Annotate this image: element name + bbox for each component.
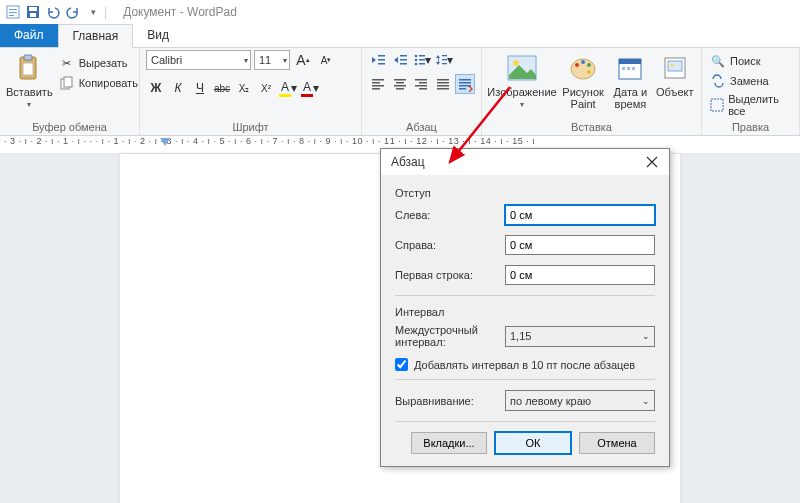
line-spacing-button[interactable]: ▾ — [434, 50, 454, 70]
paint-label: Рисунок Paint — [560, 86, 606, 110]
decrease-indent-button[interactable] — [368, 50, 388, 70]
redo-icon[interactable] — [64, 3, 82, 21]
bold-button[interactable]: Ж — [146, 78, 166, 98]
grow-font-button[interactable]: A▴ — [293, 50, 313, 70]
tab-view[interactable]: Вид — [133, 24, 183, 47]
save-icon[interactable] — [24, 3, 42, 21]
svg-rect-8 — [24, 55, 32, 60]
insert-datetime-button[interactable]: Дата и время — [610, 50, 650, 110]
find-button[interactable]: 🔍Поиск — [708, 52, 793, 70]
svg-point-53 — [587, 63, 591, 67]
app-icon — [4, 3, 22, 21]
svg-rect-44 — [459, 79, 471, 81]
select-all-button[interactable]: Выделить все — [708, 92, 793, 118]
ok-button[interactable]: ОК — [495, 432, 571, 454]
paragraph-dialog-button[interactable] — [455, 74, 475, 94]
svg-rect-31 — [372, 88, 380, 90]
copy-button[interactable]: Копировать — [57, 74, 140, 92]
group-insert: Изображение ▾ Рисунок Paint Дата и время… — [482, 48, 702, 135]
space-after-checkbox-input[interactable] — [395, 358, 408, 371]
qat-dropdown-icon[interactable]: ▾ — [84, 3, 102, 21]
close-button[interactable] — [641, 151, 663, 173]
align-right-button[interactable] — [412, 74, 432, 94]
svg-rect-59 — [632, 67, 635, 70]
indent-section-label: Отступ — [395, 187, 655, 199]
linespacing-label: Междустрочный интервал: — [395, 324, 505, 348]
italic-button[interactable]: К — [168, 78, 188, 98]
cut-button[interactable]: ✂ Вырезать — [57, 54, 140, 72]
cut-label: Вырезать — [79, 57, 128, 69]
svg-rect-17 — [400, 63, 407, 65]
insert-picture-button[interactable]: Изображение ▾ — [488, 50, 556, 109]
chevron-down-icon: ▾ — [27, 100, 31, 109]
chevron-down-icon: ⌄ — [642, 331, 650, 341]
chevron-down-icon: ▾ — [425, 53, 431, 67]
indent-left-input[interactable] — [505, 205, 655, 225]
svg-rect-14 — [378, 63, 385, 65]
indent-first-input[interactable] — [505, 265, 655, 285]
replace-button[interactable]: Замена — [708, 72, 793, 90]
svg-rect-41 — [437, 82, 449, 84]
group-font-label: Шрифт — [146, 119, 355, 135]
linespacing-select[interactable]: 1,15⌄ — [505, 326, 655, 347]
paste-label: Вставить — [6, 86, 53, 98]
svg-rect-58 — [627, 67, 630, 70]
ribbon: Вставить ▾ ✂ Вырезать Копировать Буфер о… — [0, 48, 800, 136]
subscript-button[interactable]: X₂ — [234, 78, 254, 98]
insert-object-button[interactable]: Объект — [655, 50, 695, 98]
picture-icon — [506, 52, 538, 84]
ribbon-tabs: Файл Главная Вид — [0, 24, 800, 48]
align-left-button[interactable] — [368, 74, 388, 94]
font-color-button[interactable]: A▾ — [300, 78, 320, 98]
space-after-label: Добавлять интервал в 10 пт после абзацев — [414, 359, 635, 371]
ruler-indent-marker[interactable] — [160, 138, 170, 146]
palette-icon — [567, 52, 599, 84]
svg-point-51 — [575, 63, 579, 67]
font-name-combo[interactable]: Calibri▾ — [146, 50, 251, 70]
svg-rect-42 — [437, 85, 449, 87]
align-center-button[interactable] — [390, 74, 410, 94]
quick-access-toolbar: ▾ | — [4, 3, 107, 21]
svg-rect-57 — [622, 67, 625, 70]
svg-rect-63 — [711, 99, 723, 111]
svg-rect-2 — [9, 12, 17, 13]
undo-icon[interactable] — [44, 3, 62, 21]
strike-button[interactable]: abc — [212, 78, 232, 98]
highlight-button[interactable]: A▾ — [278, 78, 298, 98]
group-font: Calibri▾ 11▾ A▴ A▾ Ж К Ч abc X₂ X² A▾ A▾… — [140, 48, 362, 135]
font-size-combo[interactable]: 11▾ — [254, 50, 290, 70]
cancel-button[interactable]: Отмена — [579, 432, 655, 454]
svg-rect-35 — [396, 88, 404, 90]
dialog-titlebar[interactable]: Абзац — [381, 149, 669, 175]
svg-rect-12 — [378, 55, 385, 57]
indent-right-input[interactable] — [505, 235, 655, 255]
svg-rect-36 — [415, 79, 427, 81]
svg-rect-6 — [30, 13, 36, 17]
tab-home[interactable]: Главная — [58, 24, 134, 48]
tabs-button[interactable]: Вкладки... — [411, 432, 487, 454]
replace-icon — [710, 73, 726, 89]
increase-indent-button[interactable] — [390, 50, 410, 70]
svg-point-20 — [415, 63, 418, 66]
group-editing: 🔍Поиск Замена Выделить все Правка — [702, 48, 800, 135]
paste-button[interactable]: Вставить ▾ — [6, 50, 53, 109]
svg-rect-61 — [668, 61, 682, 71]
group-insert-label: Вставка — [488, 119, 695, 135]
divider — [395, 295, 655, 296]
svg-rect-16 — [400, 59, 407, 61]
bullet-list-button[interactable]: ▾ — [412, 50, 432, 70]
chevron-down-icon: ▾ — [291, 81, 297, 95]
indent-right-label: Справа: — [395, 239, 505, 251]
title-bar: ▾ | Документ - WordPad — [0, 0, 800, 24]
tab-file[interactable]: Файл — [0, 24, 58, 47]
alignment-select[interactable]: по левому краю⌄ — [505, 390, 655, 411]
svg-rect-9 — [23, 63, 33, 75]
superscript-button[interactable]: X² — [256, 78, 276, 98]
copy-label: Копировать — [79, 77, 138, 89]
object-label: Объект — [656, 86, 693, 98]
space-after-checkbox[interactable]: Добавлять интервал в 10 пт после абзацев — [395, 358, 655, 371]
insert-paint-button[interactable]: Рисунок Paint — [560, 50, 606, 110]
underline-button[interactable]: Ч — [190, 78, 210, 98]
justify-button[interactable] — [433, 74, 453, 94]
shrink-font-button[interactable]: A▾ — [316, 50, 336, 70]
